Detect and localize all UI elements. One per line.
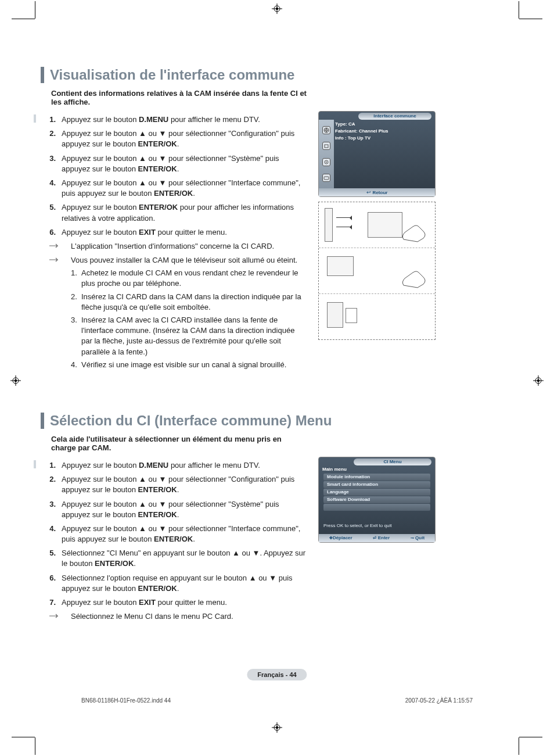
crop-mark (35, 737, 35, 755)
substep-text: Insérez la CAM avec la CI CARD installée… (81, 316, 294, 356)
substep-item: 4.Vérifiez si une image est visible sur … (71, 360, 307, 370)
substep-item: 2.Insérez la CI CARD dans la CAM dans la… (71, 292, 307, 313)
step-item: Appuyez sur le bouton ▲ ou ▼ pour sélect… (51, 128, 307, 149)
figure-column: CI Menu Main menu Module information Sma… (318, 457, 436, 625)
registration-mark-icon (272, 722, 282, 733)
step-item: Appuyez sur le bouton ▲ ou ▼ pour sélect… (51, 474, 307, 495)
tv-back-icon (327, 256, 354, 276)
step-item: Appuyez sur le bouton ▲ ou ▼ pour sélect… (51, 153, 307, 174)
step-item: Sélectionnez l'option requise en appuyan… (51, 573, 307, 594)
cam-module-icon (327, 302, 343, 328)
globe-icon (322, 126, 330, 134)
steps-list: Appuyez sur le bouton D.MENU pour affich… (41, 111, 307, 378)
osd-menu-list: Module information Smart card informatio… (323, 474, 430, 504)
registration-mark-icon (533, 375, 544, 386)
note-item: L'application "Insertion d'informations"… (62, 241, 307, 252)
step-bold: ENTER/OK (138, 164, 177, 173)
return-label: Retour (373, 190, 388, 195)
diagram-step-3 (319, 293, 435, 339)
osd-footer: ↩ Retour (319, 188, 435, 196)
step-text: Appuyez sur le bouton (62, 115, 139, 124)
step-suffix: . (177, 485, 179, 494)
arrow-left-icon (336, 217, 351, 218)
osd-menu-item: Smart card information (323, 481, 430, 488)
svg-rect-18 (325, 145, 328, 148)
card-slot-icon (325, 208, 333, 242)
svg-point-7 (15, 379, 17, 382)
step-item: Appuyez sur le bouton EXIT pour quitter … (51, 597, 307, 608)
step-suffix: . (177, 164, 179, 173)
svg-point-3 (276, 8, 278, 10)
step-suffix: pour afficher le menu DTV. (168, 461, 260, 470)
substep-text: Achetez le module CI CAM en vous rendant… (81, 268, 298, 288)
step-text: Appuyez sur le bouton (62, 228, 139, 237)
step-suffix: pour quitter le menu. (156, 228, 227, 237)
osd-sidebar (319, 120, 334, 188)
card-icon (322, 174, 330, 182)
setup-icon (322, 158, 330, 166)
crop-mark (519, 737, 542, 737)
hand-icon (400, 264, 430, 289)
step-bold: D.MENU (139, 461, 168, 470)
source-file-label: BN68-01186H-01Fre-0522.indd 44 (81, 697, 171, 704)
step-item: Appuyez sur le bouton ▲ ou ▼ pour sélect… (51, 499, 307, 520)
step-suffix: . (177, 584, 179, 593)
registration-mark-icon (10, 375, 21, 386)
section-ci-menu: Sélection du CI (Interface commune) Menu… (41, 413, 513, 625)
osd-foot-enter: ⏎ Enter (373, 535, 390, 540)
step-item: Sélectionnez "CI Menu" en appuyant sur l… (51, 548, 307, 569)
osd-title: CI Menu (354, 458, 431, 465)
osd-footer: ✥Déplacer ⏎ Enter ⊸ Quit (319, 534, 435, 542)
crop-mark (35, 1, 35, 19)
step-bold: ENTER/OK (139, 203, 178, 212)
osd-interface-commune: Interface commune Type: CA Fabricant: Ch… (318, 111, 436, 197)
steps-list: Appuyez sur le bouton D.MENU pour affich… (41, 457, 307, 625)
tv-back-icon (368, 212, 402, 238)
step-bold: ENTER/OK (138, 485, 177, 494)
exit-icon: ⊸ (411, 536, 414, 540)
diagram-step-2 (319, 248, 435, 293)
osd-blank-row (323, 504, 430, 511)
note-item: Sélectionnez le Menu CI dans le menu PC … (62, 611, 307, 622)
step-bold: EXIT (139, 598, 156, 607)
note-arrow-icon (49, 257, 60, 263)
hand-icon (400, 218, 430, 243)
crop-mark (519, 1, 519, 19)
step-suffix: . (177, 510, 179, 519)
substep-text: Insérez la CI CARD dans la CAM dans la d… (81, 292, 301, 311)
note-text: Sélectionnez le Menu CI dans le menu PC … (71, 612, 233, 621)
step-item: Appuyez sur le bouton D.MENU pour affich… (51, 114, 307, 125)
section-intro: Cela aide l'utilisateur à sélectionner u… (51, 435, 307, 452)
substep-list: 1.Achetez le module CI CAM en vous renda… (71, 268, 307, 370)
page-footer-pill: Français - 44 (247, 669, 307, 680)
section-visualisation: Visualisation de l'interface commune Con… (41, 67, 513, 378)
step-suffix: . (193, 535, 195, 543)
section-title: Visualisation de l'interface commune (50, 67, 294, 83)
osd-title: Interface commune (358, 113, 431, 120)
note-arrow-icon (49, 243, 60, 249)
channel-icon (322, 142, 330, 150)
step-bold: ENTER/OK (138, 510, 177, 519)
note-text: L'application "Insertion d'informations"… (71, 242, 274, 250)
step-item: Appuyez sur le bouton ENTER/OK pour pour… (51, 202, 307, 223)
figure-column: Interface commune Type: CA Fabricant: Ch… (318, 111, 436, 378)
title-accent-bar (41, 413, 44, 429)
step-suffix: . (193, 189, 195, 198)
step-text: Appuyez sur le bouton (62, 461, 139, 470)
osd-menu-item: Software Download (323, 496, 430, 503)
osd-line: Type: CA (335, 121, 433, 128)
osd-line: Info : Top Up TV (335, 135, 433, 142)
step-text: Appuyez sur le bouton (62, 598, 139, 607)
osd-line: Fabricant: Channel Plus (335, 128, 433, 135)
step-item: Appuyez sur le bouton ▲ ou ▼ pour sélect… (51, 524, 307, 544)
svg-point-15 (276, 726, 278, 729)
step-bold: EXIT (139, 228, 156, 237)
step-item: Appuyez sur le bouton ▲ ou ▼ pour sélect… (51, 178, 307, 199)
step-bold: ENTER/OK (138, 139, 177, 148)
crop-mark (12, 19, 35, 19)
step-suffix: pour quitter le menu. (156, 598, 227, 607)
svg-point-20 (326, 162, 327, 163)
step-bar (34, 114, 36, 123)
substep-item: 1.Achetez le module CI CAM en vous renda… (71, 268, 307, 289)
step-suffix: pour afficher le menu DTV. (168, 115, 260, 124)
